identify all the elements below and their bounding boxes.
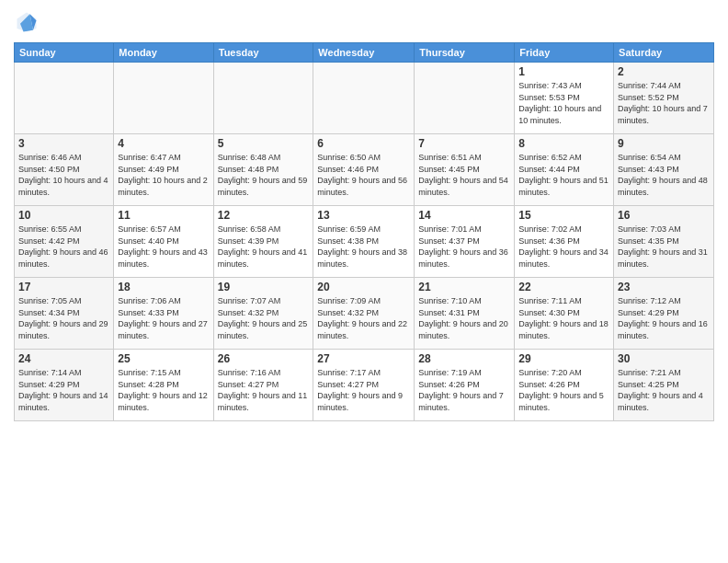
day-header-thursday: Thursday <box>415 43 515 63</box>
calendar-cell: 1Sunrise: 7:43 AM Sunset: 5:53 PM Daylig… <box>515 63 614 134</box>
logo-icon <box>14 9 40 35</box>
day-number: 29 <box>518 352 609 365</box>
day-header-monday: Monday <box>114 43 213 63</box>
calendar-cell: 30Sunrise: 7:21 AM Sunset: 4:25 PM Dayli… <box>614 350 714 421</box>
page: SundayMondayTuesdayWednesdayThursdayFrid… <box>0 0 728 563</box>
calendar-header-row: SundayMondayTuesdayWednesdayThursdayFrid… <box>15 43 714 63</box>
day-number: 9 <box>618 137 710 150</box>
day-info: Sunrise: 6:55 AM Sunset: 4:42 PM Dayligh… <box>18 224 109 270</box>
day-info: Sunrise: 7:17 AM Sunset: 4:27 PM Dayligh… <box>317 367 410 413</box>
day-info: Sunrise: 7:20 AM Sunset: 4:26 PM Dayligh… <box>518 367 609 413</box>
calendar-cell: 2Sunrise: 7:44 AM Sunset: 5:52 PM Daylig… <box>614 63 714 134</box>
day-info: Sunrise: 7:19 AM Sunset: 4:26 PM Dayligh… <box>418 367 510 413</box>
calendar: SundayMondayTuesdayWednesdayThursdayFrid… <box>14 42 714 421</box>
day-number: 21 <box>418 281 510 293</box>
calendar-cell: 23Sunrise: 7:12 AM Sunset: 4:29 PM Dayli… <box>614 278 714 350</box>
day-info: Sunrise: 7:06 AM Sunset: 4:33 PM Dayligh… <box>118 295 209 341</box>
calendar-cell <box>415 63 515 134</box>
day-info: Sunrise: 7:16 AM Sunset: 4:27 PM Dayligh… <box>218 367 310 413</box>
day-info: Sunrise: 6:51 AM Sunset: 4:45 PM Dayligh… <box>418 152 510 198</box>
day-number: 26 <box>218 352 310 365</box>
calendar-cell: 8Sunrise: 6:52 AM Sunset: 4:44 PM Daylig… <box>515 134 614 206</box>
calendar-cell: 7Sunrise: 6:51 AM Sunset: 4:45 PM Daylig… <box>415 134 515 206</box>
day-header-sunday: Sunday <box>15 43 114 63</box>
calendar-cell: 14Sunrise: 7:01 AM Sunset: 4:37 PM Dayli… <box>415 206 515 278</box>
calendar-cell: 29Sunrise: 7:20 AM Sunset: 4:26 PM Dayli… <box>515 350 614 421</box>
day-header-saturday: Saturday <box>614 43 714 63</box>
day-number: 22 <box>518 281 609 293</box>
day-number: 4 <box>118 137 209 150</box>
calendar-cell: 15Sunrise: 7:02 AM Sunset: 4:36 PM Dayli… <box>515 206 614 278</box>
calendar-cell: 22Sunrise: 7:11 AM Sunset: 4:30 PM Dayli… <box>515 278 614 350</box>
calendar-cell: 13Sunrise: 6:59 AM Sunset: 4:38 PM Dayli… <box>313 206 415 278</box>
calendar-cell <box>15 63 114 134</box>
day-number: 7 <box>418 137 510 150</box>
day-info: Sunrise: 6:52 AM Sunset: 4:44 PM Dayligh… <box>518 152 609 198</box>
day-number: 5 <box>218 137 310 150</box>
day-number: 27 <box>317 352 410 365</box>
day-header-friday: Friday <box>515 43 614 63</box>
calendar-week-1: 1Sunrise: 7:43 AM Sunset: 5:53 PM Daylig… <box>15 63 714 134</box>
calendar-cell: 10Sunrise: 6:55 AM Sunset: 4:42 PM Dayli… <box>15 206 114 278</box>
calendar-cell: 20Sunrise: 7:09 AM Sunset: 4:32 PM Dayli… <box>313 278 415 350</box>
calendar-week-2: 3Sunrise: 6:46 AM Sunset: 4:50 PM Daylig… <box>15 134 714 206</box>
calendar-cell: 9Sunrise: 6:54 AM Sunset: 4:43 PM Daylig… <box>614 134 714 206</box>
day-info: Sunrise: 6:58 AM Sunset: 4:39 PM Dayligh… <box>218 224 310 270</box>
day-info: Sunrise: 7:12 AM Sunset: 4:29 PM Dayligh… <box>618 295 710 341</box>
day-number: 8 <box>518 137 609 150</box>
day-info: Sunrise: 7:07 AM Sunset: 4:32 PM Dayligh… <box>218 295 310 341</box>
calendar-cell: 24Sunrise: 7:14 AM Sunset: 4:29 PM Dayli… <box>15 350 114 421</box>
day-info: Sunrise: 7:14 AM Sunset: 4:29 PM Dayligh… <box>18 367 109 413</box>
calendar-cell: 3Sunrise: 6:46 AM Sunset: 4:50 PM Daylig… <box>15 134 114 206</box>
day-info: Sunrise: 6:59 AM Sunset: 4:38 PM Dayligh… <box>317 224 410 270</box>
day-number: 12 <box>218 209 310 222</box>
day-info: Sunrise: 6:54 AM Sunset: 4:43 PM Dayligh… <box>618 152 710 198</box>
day-info: Sunrise: 6:47 AM Sunset: 4:49 PM Dayligh… <box>118 152 209 198</box>
day-number: 20 <box>317 281 410 293</box>
day-number: 14 <box>418 209 510 222</box>
day-number: 25 <box>118 352 209 365</box>
day-number: 16 <box>618 209 710 222</box>
day-number: 1 <box>518 65 609 78</box>
calendar-cell: 27Sunrise: 7:17 AM Sunset: 4:27 PM Dayli… <box>313 350 415 421</box>
day-info: Sunrise: 6:50 AM Sunset: 4:46 PM Dayligh… <box>317 152 410 198</box>
day-header-wednesday: Wednesday <box>313 43 415 63</box>
calendar-cell: 11Sunrise: 6:57 AM Sunset: 4:40 PM Dayli… <box>114 206 213 278</box>
day-number: 30 <box>618 352 710 365</box>
day-info: Sunrise: 7:44 AM Sunset: 5:52 PM Dayligh… <box>618 80 710 126</box>
day-number: 6 <box>317 137 410 150</box>
calendar-cell: 26Sunrise: 7:16 AM Sunset: 4:27 PM Dayli… <box>213 350 313 421</box>
day-info: Sunrise: 7:10 AM Sunset: 4:31 PM Dayligh… <box>418 295 510 341</box>
day-info: Sunrise: 7:21 AM Sunset: 4:25 PM Dayligh… <box>618 367 710 413</box>
calendar-cell: 25Sunrise: 7:15 AM Sunset: 4:28 PM Dayli… <box>114 350 213 421</box>
calendar-cell: 19Sunrise: 7:07 AM Sunset: 4:32 PM Dayli… <box>213 278 313 350</box>
calendar-cell: 12Sunrise: 6:58 AM Sunset: 4:39 PM Dayli… <box>213 206 313 278</box>
day-number: 28 <box>418 352 510 365</box>
day-number: 23 <box>618 281 710 293</box>
day-info: Sunrise: 6:48 AM Sunset: 4:48 PM Dayligh… <box>218 152 310 198</box>
calendar-week-4: 17Sunrise: 7:05 AM Sunset: 4:34 PM Dayli… <box>15 278 714 350</box>
day-info: Sunrise: 7:05 AM Sunset: 4:34 PM Dayligh… <box>18 295 109 341</box>
day-info: Sunrise: 6:57 AM Sunset: 4:40 PM Dayligh… <box>118 224 209 270</box>
day-number: 3 <box>18 137 109 150</box>
calendar-cell: 6Sunrise: 6:50 AM Sunset: 4:46 PM Daylig… <box>313 134 415 206</box>
day-info: Sunrise: 7:09 AM Sunset: 4:32 PM Dayligh… <box>317 295 410 341</box>
day-number: 11 <box>118 209 209 222</box>
day-number: 13 <box>317 209 410 222</box>
calendar-cell <box>114 63 213 134</box>
calendar-cell: 18Sunrise: 7:06 AM Sunset: 4:33 PM Dayli… <box>114 278 213 350</box>
day-number: 19 <box>218 281 310 293</box>
calendar-cell <box>213 63 313 134</box>
calendar-week-3: 10Sunrise: 6:55 AM Sunset: 4:42 PM Dayli… <box>15 206 714 278</box>
day-header-tuesday: Tuesday <box>213 43 313 63</box>
calendar-cell: 21Sunrise: 7:10 AM Sunset: 4:31 PM Dayli… <box>415 278 515 350</box>
day-number: 10 <box>18 209 109 222</box>
day-info: Sunrise: 7:43 AM Sunset: 5:53 PM Dayligh… <box>518 80 609 126</box>
day-number: 2 <box>618 65 710 78</box>
day-number: 18 <box>118 281 209 293</box>
day-info: Sunrise: 7:11 AM Sunset: 4:30 PM Dayligh… <box>518 295 609 341</box>
logo <box>14 9 43 35</box>
header <box>14 9 714 35</box>
day-info: Sunrise: 7:03 AM Sunset: 4:35 PM Dayligh… <box>618 224 710 270</box>
day-number: 24 <box>18 352 109 365</box>
